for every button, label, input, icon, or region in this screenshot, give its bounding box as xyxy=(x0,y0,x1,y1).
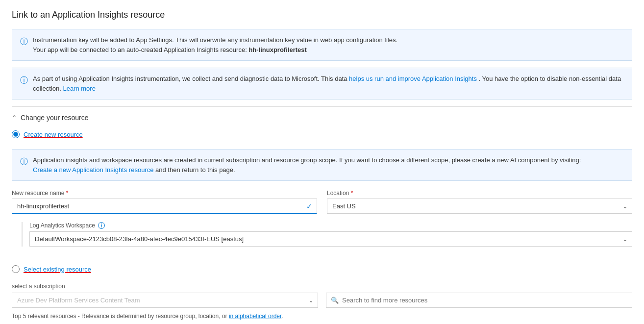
sub-info-icon: ⓘ xyxy=(20,156,28,168)
subscription-row: Azure Dev Platform Services Content Team… xyxy=(12,293,632,308)
learn-more-link[interactable]: Learn more xyxy=(63,85,95,92)
sub-info-box: ⓘ Application insights and workspace res… xyxy=(12,149,632,181)
create-new-radio[interactable] xyxy=(12,130,20,138)
subscription-select[interactable]: Azure Dev Platform Services Content Team xyxy=(12,293,318,308)
bottom-hint-text: Top 5 relevant resources - Relevance is … xyxy=(12,313,229,320)
search-box-wrapper: 🔍 xyxy=(326,293,632,308)
info-icon-2: ⓘ xyxy=(20,75,28,86)
resource-option-group: Create new resource ⓘ Application insigh… xyxy=(12,130,632,320)
section-divider xyxy=(12,106,632,107)
create-new-option[interactable]: Create new resource xyxy=(12,130,632,138)
create-new-label[interactable]: Create new resource xyxy=(24,131,83,138)
search-icon: 🔍 xyxy=(331,297,339,304)
sub-info-text1: Application insights and workspace resou… xyxy=(33,156,581,164)
resource-name-highlight: hh-linuxprofilertest xyxy=(248,46,306,53)
change-resource-header[interactable]: ⌃ Change your resource xyxy=(12,114,632,122)
select-existing-option[interactable]: Select existing resource xyxy=(12,265,632,273)
workspace-info-icon[interactable]: i xyxy=(98,222,105,229)
info-text-1: Instrumentation key will be added to App… xyxy=(33,36,397,44)
create-ai-link[interactable]: Create a new Application Insights resour… xyxy=(33,166,153,174)
location-group: Location * East US ⌄ xyxy=(327,190,632,214)
location-select[interactable]: East US xyxy=(327,199,632,214)
info-box-1: ⓘ Instrumentation key will be added to A… xyxy=(12,29,632,61)
info-icon-1: ⓘ xyxy=(20,36,28,48)
subscription-label: select a subscription xyxy=(12,283,632,290)
workspace-select-wrapper: DefaultWorkspace-2123cb08-23fa-4a80-afec… xyxy=(29,231,632,247)
chevron-up-icon: ⌃ xyxy=(12,114,17,121)
info-text-2: Your app will be connected to an auto-cr… xyxy=(33,46,247,53)
resource-name-input-wrapper: ✓ xyxy=(12,199,317,214)
location-label: Location * xyxy=(327,190,632,197)
workspace-label: Log Analytics Workspace xyxy=(29,222,95,229)
resource-name-label: New resource name * xyxy=(12,190,317,197)
checkmark-icon: ✓ xyxy=(306,202,312,210)
page-title: Link to an Application Insights resource xyxy=(12,10,632,20)
resource-name-input[interactable] xyxy=(12,199,317,214)
location-required: * xyxy=(351,190,353,197)
location-select-wrapper: East US ⌄ xyxy=(327,199,632,214)
resource-name-group: New resource name * ✓ xyxy=(12,190,317,214)
select-existing-label[interactable]: Select existing resource xyxy=(24,266,91,273)
info-diagnostic-text: As part of using Application Insights in… xyxy=(33,75,349,82)
workspace-select[interactable]: DefaultWorkspace-2123cb08-23fa-4a80-afec… xyxy=(29,231,632,247)
form-row-name-location: New resource name * ✓ Location * East US… xyxy=(12,190,632,214)
workspace-label-row: Log Analytics Workspace i xyxy=(29,222,632,229)
bottom-hint: Top 5 relevant resources - Relevance is … xyxy=(12,313,632,320)
sub-info-text2: and then return to this page. xyxy=(155,166,235,174)
search-input[interactable] xyxy=(326,293,632,308)
alphabetical-link[interactable]: in alphabetical order xyxy=(229,313,281,320)
subscription-section: select a subscription Azure Dev Platform… xyxy=(12,279,632,308)
resource-name-required: * xyxy=(66,190,69,197)
bottom-hint-period: . xyxy=(281,313,283,320)
workspace-section: Log Analytics Workspace i DefaultWorkspa… xyxy=(22,222,632,247)
select-existing-radio[interactable] xyxy=(12,265,20,273)
change-resource-label: Change your resource xyxy=(21,114,89,122)
subscription-select-wrapper: Azure Dev Platform Services Content Team… xyxy=(12,293,318,308)
info-box-2: ⓘ As part of using Application Insights … xyxy=(12,68,632,100)
helps-us-link[interactable]: helps us run and improve Application Ins… xyxy=(349,75,477,82)
